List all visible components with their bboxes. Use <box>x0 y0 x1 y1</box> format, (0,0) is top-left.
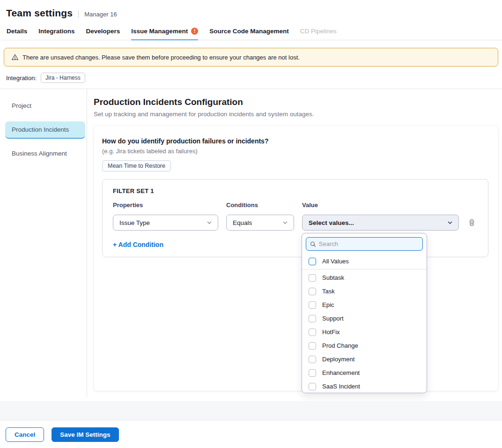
checkbox-icon[interactable] <box>309 369 316 377</box>
divider <box>302 269 427 269</box>
warning-triangle-icon <box>11 53 19 61</box>
filter-set-card: FILTER SET 1 Properties Conditions Value… <box>102 179 488 257</box>
option-row[interactable]: Subtask <box>302 271 427 284</box>
chevron-down-icon <box>282 220 288 225</box>
footer-actions: Cancel Save IM Settings <box>0 420 502 448</box>
search-icon <box>310 241 316 247</box>
chevron-down-icon <box>207 220 212 225</box>
option-row[interactable]: Prod Change <box>302 339 427 352</box>
value-select-wrap: Select values... All Values <box>302 215 459 231</box>
checkbox-icon[interactable] <box>309 356 316 363</box>
filter-grid: Properties Conditions Value Issue Type E… <box>113 202 479 231</box>
tab-cd-pipelines: CD Pipelines <box>300 22 337 40</box>
properties-select[interactable]: Issue Type <box>113 215 218 231</box>
identify-question: How do you identify production failures … <box>102 137 488 145</box>
tab-details[interactable]: Details <box>7 22 27 40</box>
checkbox-icon[interactable] <box>309 342 316 350</box>
value-select[interactable]: Select values... <box>302 215 459 231</box>
tab-developers[interactable]: Developers <box>86 22 120 40</box>
tab-integrations[interactable]: Integrations <box>38 22 74 40</box>
integration-row: Integration: Jira - Harness <box>6 73 495 83</box>
cancel-button[interactable]: Cancel <box>6 427 44 442</box>
checkbox-icon[interactable] <box>309 329 316 336</box>
checkbox-icon[interactable] <box>309 274 316 282</box>
integration-chip[interactable]: Jira - Harness <box>41 73 85 83</box>
dropdown-search-input[interactable] <box>319 240 419 247</box>
conditions-select[interactable]: Equals <box>226 215 294 231</box>
incidents-config-card: How do you identify production failures … <box>94 126 498 391</box>
option-list: Subtask Task <box>302 271 427 393</box>
page-title: Team settings <box>6 7 73 19</box>
option-row[interactable]: Task <box>302 284 427 298</box>
option-row[interactable]: HotFix <box>302 325 427 339</box>
checkbox-icon[interactable] <box>309 383 316 390</box>
section-title: Production Incidents Configuration <box>94 97 498 107</box>
tab-bar: Details Integrations Developers Issue Ma… <box>0 22 502 40</box>
add-condition-button[interactable]: + Add Condition <box>113 241 163 248</box>
option-row[interactable]: Deployment <box>302 352 427 366</box>
checkbox-icon[interactable] <box>309 258 316 265</box>
banner-text: There are unsaved changes. Please save t… <box>22 54 300 61</box>
sidebar-item-project[interactable]: Project <box>5 97 85 115</box>
settings-content: Production Incidents Configuration Set u… <box>87 89 502 397</box>
option-row[interactable]: Epic <box>302 298 427 312</box>
filter-set-title: FILTER SET 1 <box>113 187 479 194</box>
column-header-value: Value <box>302 202 459 209</box>
tab-issue-management[interactable]: Issue Management ! <box>131 22 198 40</box>
unsaved-changes-badge-icon: ! <box>191 28 198 35</box>
trash-icon <box>468 218 476 227</box>
integration-label: Integration: <box>6 75 37 82</box>
tab-source-code-management[interactable]: Source Code Management <box>209 22 289 40</box>
column-header-properties: Properties <box>113 202 218 209</box>
checkbox-icon[interactable] <box>309 288 316 295</box>
checkbox-icon[interactable] <box>309 315 316 322</box>
delete-filter-button[interactable] <box>467 217 478 228</box>
option-row[interactable]: Support <box>302 312 427 325</box>
page-subtitle: Manager 16 <box>78 11 117 18</box>
option-row[interactable]: SaaS Incident <box>302 380 427 393</box>
dropdown-search-box <box>306 237 423 251</box>
save-im-settings-button[interactable]: Save IM Settings <box>52 427 118 442</box>
settings-sidebar: Project Production Incidents Business Al… <box>0 89 87 397</box>
footer-strip <box>0 401 502 420</box>
unsaved-changes-banner: There are unsaved changes. Please save t… <box>4 48 498 67</box>
checkbox-icon[interactable] <box>309 301 316 309</box>
option-row[interactable]: Enhancement <box>302 366 427 380</box>
settings-body: Project Production Incidents Business Al… <box>0 89 502 397</box>
sidebar-item-production-incidents[interactable]: Production Incidents <box>5 121 85 139</box>
identify-hint: (e.g. Jira tickets labeled as failures) <box>102 148 488 155</box>
metric-chip-mean-time-to-restore[interactable]: Mean Time to Restore <box>102 160 171 172</box>
chevron-down-icon <box>447 220 453 225</box>
column-header-conditions: Conditions <box>226 202 294 209</box>
value-dropdown-panel: All Values Subtask <box>302 233 427 393</box>
sidebar-item-business-alignment[interactable]: Business Alignment <box>5 145 85 163</box>
section-subtitle: Set up tracking and management for produ… <box>94 111 498 118</box>
page-header: Team settings Manager 16 <box>0 0 502 22</box>
option-all-values[interactable]: All Values <box>302 254 427 268</box>
